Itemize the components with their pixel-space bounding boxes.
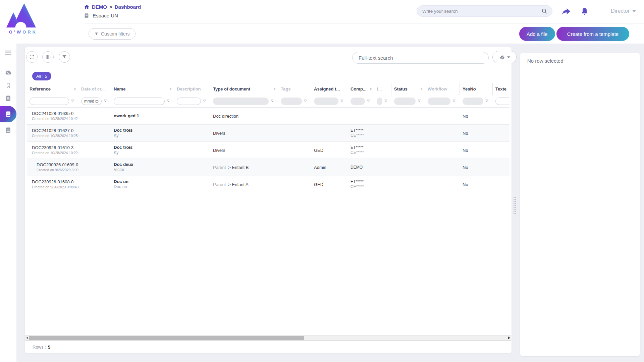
columns-button[interactable]	[42, 51, 54, 63]
filter-funnel-icon[interactable]	[384, 99, 388, 103]
table-row[interactable]: wDOC230926-01609-0Created on 9/26/2023 3…	[27, 159, 509, 176]
column-header-description[interactable]: Description	[174, 83, 210, 95]
created-timestamp: Created on 9/26/2023 3:09:45 AM	[37, 168, 78, 172]
fulltext-search	[352, 52, 489, 64]
column-header-tags[interactable]: Tags	[278, 83, 311, 95]
filter-text-input-description[interactable]	[180, 99, 198, 104]
sidebar-item-dashboard[interactable]	[0, 66, 16, 79]
column-header-name[interactable]: Name	[111, 83, 174, 95]
filter-funnel-icon[interactable]	[452, 99, 456, 103]
filter-funnel-icon[interactable]	[340, 99, 344, 103]
sidebar-item-archive[interactable]	[0, 124, 16, 136]
company-text: DEMO	[351, 165, 363, 170]
column-header-yesno[interactable]: YesNo	[460, 83, 493, 95]
filter-disabled-i	[377, 98, 382, 105]
table-row[interactable]: DOC230926-01608-0Created on 9/26/2023 3:…	[27, 176, 509, 193]
sidebar-item-ged-active[interactable]	[0, 106, 16, 122]
filter-button[interactable]	[59, 51, 70, 63]
filter-input-reference[interactable]	[30, 98, 69, 105]
chevron-down-icon	[632, 10, 636, 12]
scrollbar-thumb[interactable]	[29, 336, 304, 340]
panel-resize-handle[interactable]	[514, 197, 517, 215]
column-header-status[interactable]: Status	[391, 83, 425, 95]
app-window: O'WORK DEMO > Dashboard Espace UN Custom…	[0, 0, 644, 362]
refresh-button[interactable]	[26, 51, 38, 63]
filter-funnel-icon[interactable]	[485, 99, 489, 103]
custom-filters-label: Custom filters	[101, 31, 130, 37]
reference-value: DOC230926-01610-3	[32, 145, 78, 150]
table-row[interactable]: DOC241028-01627-0Created on 10/28/2024 1…	[27, 125, 509, 142]
column-header-company[interactable]: Comp...	[348, 83, 374, 95]
cell-name: owork ged 1	[111, 113, 174, 119]
bookmark-icon	[5, 82, 11, 89]
column-label-type: Type of document	[213, 86, 250, 92]
sidebar-menu-toggle[interactable]	[0, 44, 16, 62]
add-file-button[interactable]: Add a file	[519, 27, 555, 41]
cell-reference: DOC241028-01627-0Created on 10/28/2024 1…	[27, 128, 78, 138]
fulltext-search-input[interactable]	[358, 55, 483, 61]
column-header-type[interactable]: Type of document	[210, 83, 278, 95]
filter-funnel-icon[interactable]	[71, 99, 74, 103]
scroll-left-arrow-icon[interactable]	[26, 337, 28, 339]
filter-funnel-icon[interactable]	[304, 99, 307, 103]
breadcrumb-current[interactable]: Dashboard	[115, 4, 141, 10]
filter-funnel-icon[interactable]	[103, 99, 107, 103]
brand-name: O'WORK	[5, 29, 42, 35]
tab-all[interactable]: All : 5	[32, 72, 51, 80]
notifications-button[interactable]	[579, 6, 590, 17]
company-text: ET*****CE*****	[351, 145, 364, 155]
table-settings-button[interactable]	[492, 51, 517, 63]
table-row[interactable]: DOC230926-01610-3Created on 10/28/2024 1…	[27, 142, 509, 159]
filter-funnel-icon[interactable]	[166, 99, 170, 103]
column-header-workflow[interactable]: Workflow	[425, 83, 460, 95]
home-icon[interactable]	[84, 4, 90, 10]
created-timestamp: Created on 10/28/2024 10:25:07 PM	[32, 134, 78, 138]
filter-funnel-icon[interactable]	[270, 99, 274, 103]
filter-text-input-name[interactable]	[117, 99, 162, 104]
custom-filters-button[interactable]: Custom filters	[89, 28, 136, 40]
search-icon[interactable]	[541, 8, 547, 14]
rows-count: 5	[48, 345, 50, 350]
app-logo[interactable]: O'WORK	[5, 3, 42, 35]
sidebar-item-documents[interactable]	[0, 92, 16, 105]
filter-disabled-status	[394, 98, 416, 105]
cell-assigned: Admin	[311, 165, 348, 170]
column-header-texte[interactable]: Texte	[493, 83, 509, 95]
column-header-assigned[interactable]: Assigned t...	[311, 83, 348, 95]
scroll-right-arrow-icon[interactable]	[508, 337, 510, 339]
journal-icon	[5, 95, 11, 102]
share-button[interactable]	[561, 6, 572, 17]
filter-text-input-texte[interactable]	[498, 99, 509, 104]
breadcrumb-home[interactable]: DEMO	[92, 4, 107, 10]
column-header-i[interactable]: I...	[374, 83, 391, 95]
cell-type: Divers	[210, 131, 278, 136]
create-from-template-button[interactable]: Create from a template	[556, 27, 629, 41]
calendar-icon	[95, 99, 99, 103]
speedometer-icon	[5, 69, 12, 76]
filter-input-texte[interactable]	[495, 98, 509, 105]
filter-text-input-reference[interactable]	[33, 99, 66, 104]
filter-funnel-icon[interactable]	[417, 99, 421, 103]
filter-date-date[interactable]: mm/d	[81, 98, 102, 105]
filter-input-description[interactable]	[177, 98, 201, 105]
workspace-label: Espace UN	[93, 13, 118, 18]
sidebar-item-bookmarks[interactable]	[0, 79, 16, 92]
column-label-i: I...	[377, 86, 382, 92]
mountain-logo-icon	[5, 3, 37, 31]
filter-funnel-icon[interactable]	[367, 99, 370, 103]
type-value: > Enfant B	[228, 165, 249, 170]
column-header-reference[interactable]: Reference	[27, 83, 78, 95]
name-subtitle: Victor	[114, 167, 133, 173]
horizontal-scrollbar[interactable]	[25, 335, 511, 341]
cell-type: Parent > Enfant B	[210, 165, 278, 170]
cell-yesno: No	[460, 182, 493, 187]
column-header-date[interactable]: Date of cr...	[78, 83, 111, 95]
user-menu[interactable]: Director	[611, 8, 636, 14]
reference-value: DOC230926-01608-0	[32, 179, 78, 185]
filter-funnel-icon[interactable]	[203, 99, 206, 103]
filter-input-name[interactable]	[114, 98, 165, 105]
name-text: Doc unDoc un	[114, 179, 128, 190]
company-text: ET*****CE*****	[351, 128, 364, 138]
table-row[interactable]: DOC241028-01635-0Created on 10/28/2024 1…	[27, 108, 509, 125]
global-search-input[interactable]	[422, 8, 541, 14]
